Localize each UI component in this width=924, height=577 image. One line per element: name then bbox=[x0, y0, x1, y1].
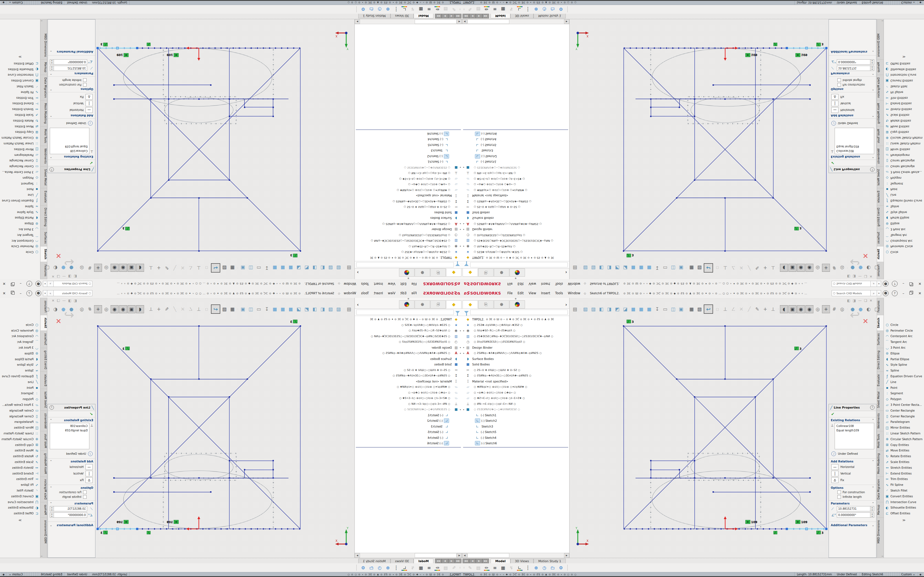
expand-chevron-icon[interactable]: ⌄ bbox=[872, 524, 874, 527]
tool-item[interactable]: ↻ Rotate Entities bbox=[884, 453, 924, 459]
collapse-chevron-icon[interactable]: ⌃ bbox=[872, 88, 874, 91]
tool-item[interactable]: ⋂ Intersection Curve bbox=[884, 499, 924, 505]
tree-item[interactable]: ◗ Surface Bodies bbox=[462, 356, 569, 362]
tool-item[interactable]: ⊢ Extend Entities bbox=[0, 101, 40, 106]
tab-nav-icon[interactable]: ◀◀ bbox=[462, 559, 469, 563]
tool-item[interactable]: ⊜ Ellipse bbox=[0, 221, 40, 226]
toolbar-icon[interactable]: ◩ bbox=[303, 264, 310, 272]
command-tab[interactable]: Surfaces bbox=[40, 229, 47, 246]
filter-input[interactable] bbox=[470, 262, 568, 268]
pin-icon[interactable]: ◇ bbox=[584, 292, 586, 295]
checkbox[interactable] bbox=[837, 495, 841, 499]
confirmation-corner[interactable]: ↩ ✕ bbox=[55, 308, 74, 327]
cancel-sketch-icon[interactable]: ✕ bbox=[55, 317, 61, 325]
toolbar-icon[interactable]: ◉ bbox=[806, 305, 813, 313]
toolbar-icon[interactable]: · bbox=[237, 264, 239, 272]
view-toolbar-icon[interactable]: ✏ bbox=[433, 564, 441, 571]
tree-item[interactable]: ◆ TЯPDL2. ⊙ ƎƐ ⊙ Ш ⊙ ∘ ⊙ ✚ ⊙ ƆƇ ⊙ ƎƐ ⊙ ✦… bbox=[355, 255, 462, 261]
toolbar-icon[interactable]: + bbox=[155, 306, 163, 313]
scroll-left-icon[interactable]: ◀ bbox=[462, 553, 467, 558]
rollback-bar[interactable] bbox=[356, 447, 461, 448]
tab-featuremanager-tree[interactable]: ◆ bbox=[462, 268, 478, 277]
tool-item[interactable]: ≈ Spline bbox=[0, 204, 40, 210]
toolbar-icon[interactable]: ◩ bbox=[614, 306, 621, 313]
menu-item[interactable]: Window bbox=[565, 281, 583, 287]
checkbox[interactable] bbox=[837, 83, 841, 87]
tree-item[interactable]: ∟ (-) Sketch6 bbox=[355, 131, 462, 137]
view-toolbar-icon[interactable]: ▤ bbox=[441, 564, 450, 571]
command-tab[interactable]: Markup bbox=[40, 502, 47, 517]
sketch-lines[interactable] bbox=[98, 48, 300, 251]
toolbar-icon[interactable]: + bbox=[94, 305, 102, 313]
toolbar-icon[interactable]: ✕ bbox=[738, 264, 745, 272]
search-input[interactable]: ⬡ Search CAD Models bbox=[53, 281, 92, 287]
tool-item[interactable]: ⋂ Intersection Curve bbox=[884, 72, 924, 78]
restore-button[interactable] bbox=[8, 282, 16, 286]
collapse-chevron-icon[interactable]: ⌃ bbox=[872, 155, 874, 158]
relation-button-icon[interactable]: ⚓ bbox=[831, 477, 838, 483]
tab-configuration-manager[interactable]: ⊕ bbox=[494, 300, 509, 309]
toolbar-icon[interactable]: · bbox=[777, 306, 779, 313]
collapse-chevron-icon[interactable]: ⌃ bbox=[872, 502, 874, 505]
tree-item[interactable]: ∟ (-) Sketch6 bbox=[462, 131, 569, 137]
view-toolbar-icon[interactable]: ▦ bbox=[499, 6, 507, 13]
doc-window-button[interactable]: ◨ bbox=[68, 274, 71, 278]
tree-horizontal-scrollbar[interactable]: ◀ ▶ bbox=[462, 553, 569, 558]
view-toolbar-icon[interactable]: ▦ bbox=[417, 564, 425, 571]
search-button[interactable]: ⌕ bbox=[47, 281, 53, 287]
tree-item[interactable]: ◆ TЯPDL2. ⊙ ƎƐ ⊙ Ш ⊙ ∘ ⊙ ✚ ⊙ ƆƇ ⊙ ƎƐ ⊙ ✦… bbox=[462, 255, 569, 261]
toolbar-icon[interactable]: ▣ bbox=[239, 306, 247, 313]
tree-item[interactable]: ∟ Sketch3 bbox=[355, 148, 462, 153]
tool-item[interactable]: ○ Circle bbox=[884, 249, 924, 255]
tree-item[interactable]: ∟ (-) Sketch1 bbox=[462, 159, 569, 165]
tool-item[interactable]: ⊞ Copy Entities bbox=[884, 442, 924, 448]
toolbar-icon[interactable]: ■ bbox=[638, 264, 645, 272]
expand-arrow-icon[interactable]: ▸ bbox=[459, 228, 462, 231]
model-tab[interactable]: Motion Study 1 bbox=[533, 13, 566, 18]
tree-item[interactable]: ◆ TЯPDL2. ⊙ ƎƐ ⊙ Ш ⊙ ∘ ⊙ ✚ ⊙ ƆƇ ⊙ ƎƐ ⊙ ✦… bbox=[355, 316, 462, 322]
tool-item[interactable]: ∷ Linear Sketch Pattern bbox=[884, 141, 924, 147]
collapse-chevron-icon[interactable]: ⌃ bbox=[50, 72, 52, 75]
rollback-bar[interactable] bbox=[463, 130, 568, 130]
toolbar-icon[interactable]: ✕ bbox=[179, 264, 186, 272]
model-tab[interactable]: Model bbox=[414, 559, 433, 564]
command-tab[interactable]: Features bbox=[40, 262, 47, 279]
toolbar-icon[interactable]: ■ bbox=[645, 306, 653, 313]
tree-item[interactable]: ▱ ○ ✚ИN◎ℓ✦○ ⊛⊙I○∘○I⊙⊛ ○✦ℓ◎NИ✚ ○ bbox=[355, 187, 462, 193]
tool-item[interactable]: ∷ Linear Sketch Pattern bbox=[0, 430, 40, 436]
view-toolbar-icon[interactable]: ↯ bbox=[409, 6, 417, 13]
relation-button-icon[interactable]: │ bbox=[831, 471, 838, 476]
relation-entry[interactable]: Collinear108 bbox=[836, 424, 872, 428]
menu-item[interactable]: Insert bbox=[539, 281, 553, 287]
tree-item[interactable]: ★ ○ ƧSƎ✚∘ℓ◎VAΦ○∘○ΦAV◎ℓ∘✚ƎSƧ ○ bbox=[462, 249, 569, 255]
command-tab[interactable]: Direct Editing bbox=[40, 206, 47, 229]
tab-nav-icon[interactable]: ▶ bbox=[442, 14, 448, 18]
toolbar-icon[interactable]: ◫ bbox=[669, 264, 677, 272]
toolbar-icon[interactable]: ◧ bbox=[319, 264, 326, 272]
panel-help-icon[interactable]: ? bbox=[50, 167, 54, 172]
view-toolbar-icon[interactable]: ∟ bbox=[400, 564, 409, 571]
view-toolbar-icon[interactable]: ⚙ bbox=[359, 6, 367, 13]
tool-item[interactable]: ◖ Partial Ellipse bbox=[0, 215, 40, 221]
model-tab[interactable]: 3D Views bbox=[510, 13, 534, 18]
toolbar-icon[interactable]: · bbox=[343, 306, 345, 313]
command-tab[interactable]: Sheet Metal bbox=[877, 389, 884, 411]
tree-item[interactable]: ◗ Surface Bodies bbox=[355, 356, 462, 362]
tree-item[interactable]: ▸ ▤ Design Binder bbox=[462, 345, 569, 351]
toolbar-icon[interactable]: # bbox=[830, 306, 838, 313]
view-toolbar-icon[interactable]: ◷ bbox=[375, 564, 384, 571]
tree-item[interactable]: ∟ (-) Sketch6 bbox=[462, 440, 569, 446]
menu-item[interactable]: Window bbox=[341, 290, 359, 296]
tab-nav-icon[interactable]: ▶▶ bbox=[435, 559, 442, 563]
minimize-button[interactable]: – bbox=[16, 282, 25, 286]
relation-entry[interactable]: Collinear108 bbox=[52, 149, 88, 153]
command-tab[interactable]: Evaluate bbox=[40, 371, 47, 389]
tree-item[interactable]: ▥ ○ ƧS✚ƎƐSƧ○ИN◎∘✚ƆƇƎƐUƎƐSƧ○∘○ƧSƎƐUƎƐƆƇ✚∘… bbox=[355, 334, 462, 339]
toolbar-icon[interactable]: ↧ bbox=[263, 264, 271, 272]
tool-item[interactable]: ▪ Point bbox=[0, 385, 40, 391]
confirmation-corner[interactable]: ↩ ✕ bbox=[55, 250, 74, 269]
relations-listbox[interactable]: Collinear108Equal length109 bbox=[835, 128, 874, 154]
view-toolbar-icon[interactable]: ≡ bbox=[425, 6, 433, 13]
command-tab[interactable]: Markup bbox=[40, 60, 47, 75]
tool-item[interactable]: ⊏ Offset Entities bbox=[884, 61, 924, 66]
